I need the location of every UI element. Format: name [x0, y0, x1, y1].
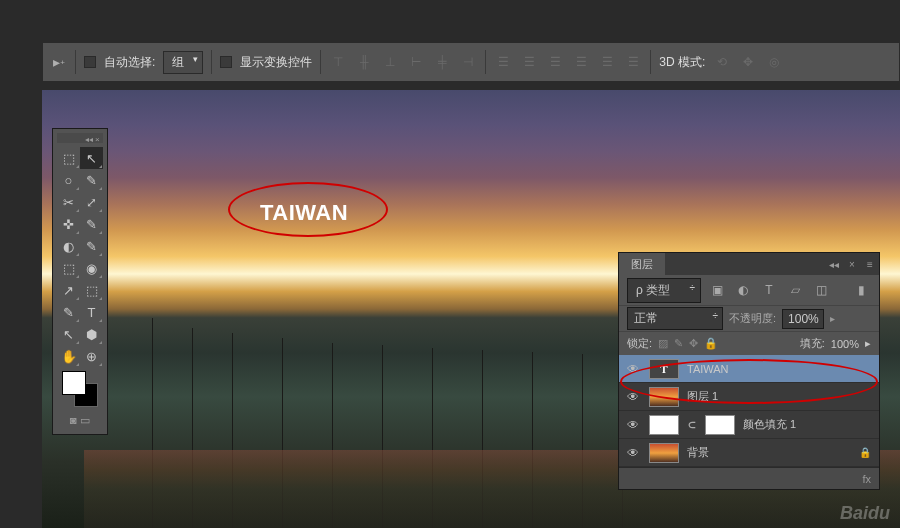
opacity-label: 不透明度: [729, 311, 776, 326]
align-vcenter-icon[interactable]: ╫ [355, 53, 373, 71]
foreground-swatch[interactable] [62, 371, 86, 395]
tool-1[interactable]: ↖ [80, 147, 103, 169]
auto-select-checkbox[interactable] [84, 56, 96, 68]
distribute-right-icon[interactable]: ☰ [624, 53, 642, 71]
layers-list: 👁TTAIWAN👁图层 1👁⊂颜色填充 1👁背景🔒 [619, 355, 879, 467]
fill-label: 填充: [800, 336, 825, 351]
annotation-ellipse-canvas [228, 182, 388, 237]
options-bar: ▸+ 自动选择: 组 显示变换控件 ⊤ ╫ ⊥ ⊢ ╪ ⊣ ☰ ☰ ☰ ☰ ☰ … [42, 42, 900, 82]
tool-9[interactable]: ✎ [80, 235, 103, 257]
lock-transparent-icon[interactable]: ▨ [658, 337, 668, 350]
3d-orbit-icon[interactable]: ⟲ [713, 53, 731, 71]
tool-15[interactable]: T [80, 301, 103, 323]
layer-name[interactable]: TAIWAN [687, 363, 871, 375]
tool-2[interactable]: ○ [57, 169, 80, 191]
3d-slider-icon[interactable]: ◎ [765, 53, 783, 71]
fill-thumb [649, 415, 679, 435]
auto-select-dropdown[interactable]: 组 [163, 51, 203, 74]
distribute-vcenter-icon[interactable]: ☰ [520, 53, 538, 71]
tool-13[interactable]: ⬚ [80, 279, 103, 301]
image-thumb [649, 443, 679, 463]
move-tool-icon[interactable]: ▸+ [51, 54, 67, 70]
show-transform-label: 显示变换控件 [240, 54, 312, 71]
layer-row[interactable]: 👁图层 1 [619, 383, 879, 411]
opacity-input[interactable]: 100% [782, 309, 824, 329]
align-left-icon[interactable]: ⊢ [407, 53, 425, 71]
filter-kind-dropdown[interactable]: ρ 类型 [627, 278, 701, 303]
watermark: Baidu [840, 503, 890, 524]
tool-18[interactable]: ✋ [57, 345, 80, 367]
align-top-icon[interactable]: ⊤ [329, 53, 347, 71]
lock-all-icon[interactable]: 🔒 [704, 337, 718, 350]
tool-17[interactable]: ⬢ [80, 323, 103, 345]
filter-type-icon[interactable]: T [759, 281, 779, 299]
show-transform-checkbox[interactable] [220, 56, 232, 68]
tool-8[interactable]: ◐ [57, 235, 80, 257]
layer-name[interactable]: 背景 [687, 445, 851, 460]
tool-6[interactable]: ✜ [57, 213, 80, 235]
collapse-icon[interactable]: ◂◂ [85, 135, 91, 141]
image-thumb [649, 387, 679, 407]
lock-label: 锁定: [627, 336, 652, 351]
filter-adjustment-icon[interactable]: ◐ [733, 281, 753, 299]
tool-14[interactable]: ✎ [57, 301, 80, 323]
tool-3[interactable]: ✎ [80, 169, 103, 191]
visibility-icon[interactable]: 👁 [627, 446, 641, 460]
tool-4[interactable]: ✂ [57, 191, 80, 213]
layers-panel: 图层 ◂◂ × ≡ ρ 类型 ▣ ◐ T ▱ ◫ ▮ 正常 不透明度: 100%… [618, 252, 880, 490]
filter-toggle-icon[interactable]: ▮ [851, 281, 871, 299]
filter-pixel-icon[interactable]: ▣ [707, 281, 727, 299]
align-bottom-icon[interactable]: ⊥ [381, 53, 399, 71]
align-right-icon[interactable]: ⊣ [459, 53, 477, 71]
fill-input[interactable]: 100% [831, 338, 859, 350]
type-thumb-icon: T [649, 359, 679, 379]
quickmask-icon[interactable]: ◙ [70, 414, 77, 427]
tool-11[interactable]: ◉ [80, 257, 103, 279]
auto-select-label: 自动选择: [104, 54, 155, 71]
opacity-slider-icon[interactable]: ▸ [830, 313, 835, 324]
filter-smart-icon[interactable]: ◫ [811, 281, 831, 299]
close-icon[interactable]: × [95, 135, 101, 141]
tool-16[interactable]: ↖ [57, 323, 80, 345]
lock-icon: 🔒 [859, 447, 871, 458]
tool-5[interactable]: ⤢ [80, 191, 103, 213]
distribute-top-icon[interactable]: ☰ [494, 53, 512, 71]
layer-row[interactable]: 👁⊂颜色填充 1 [619, 411, 879, 439]
layer-row[interactable]: 👁TTAIWAN [619, 355, 879, 383]
panel-menu-icon[interactable]: ≡ [861, 253, 879, 275]
collapse-icon[interactable]: ◂◂ [825, 253, 843, 275]
lock-position-icon[interactable]: ✥ [689, 337, 698, 350]
distribute-hcenter-icon[interactable]: ☰ [598, 53, 616, 71]
visibility-icon[interactable]: 👁 [627, 390, 641, 404]
tab-layers[interactable]: 图层 [619, 253, 665, 275]
lock-pixels-icon[interactable]: ✎ [674, 337, 683, 350]
tool-10[interactable]: ⬚ [57, 257, 80, 279]
mask-thumb [705, 415, 735, 435]
visibility-icon[interactable]: 👁 [627, 362, 641, 376]
link-icon: ⊂ [687, 415, 697, 435]
distribute-bottom-icon[interactable]: ☰ [546, 53, 564, 71]
layer-name[interactable]: 颜色填充 1 [743, 417, 871, 432]
color-swatches [57, 367, 103, 411]
distribute-left-icon[interactable]: ☰ [572, 53, 590, 71]
blend-mode-dropdown[interactable]: 正常 [627, 307, 723, 330]
visibility-icon[interactable]: 👁 [627, 418, 641, 432]
tool-7[interactable]: ✎ [80, 213, 103, 235]
screenmode-icon[interactable]: ▭ [80, 414, 90, 427]
filter-shape-icon[interactable]: ▱ [785, 281, 805, 299]
tool-12[interactable]: ↗ [57, 279, 80, 301]
3d-pan-icon[interactable]: ✥ [739, 53, 757, 71]
tool-19[interactable]: ⊕ [80, 345, 103, 367]
align-hcenter-icon[interactable]: ╪ [433, 53, 451, 71]
fill-slider-icon[interactable]: ▸ [865, 337, 871, 350]
tool-0[interactable]: ⬚ [57, 147, 80, 169]
tools-panel: ◂◂× ⬚↖○✎✂⤢✜✎◐✎⬚◉↗⬚✎T↖⬢✋⊕ ◙ ▭ [52, 128, 108, 435]
fx-icon[interactable]: fx [862, 473, 871, 485]
close-icon[interactable]: × [843, 253, 861, 275]
3d-mode-label: 3D 模式: [659, 54, 705, 71]
layer-name[interactable]: 图层 1 [687, 389, 871, 404]
layer-row[interactable]: 👁背景🔒 [619, 439, 879, 467]
